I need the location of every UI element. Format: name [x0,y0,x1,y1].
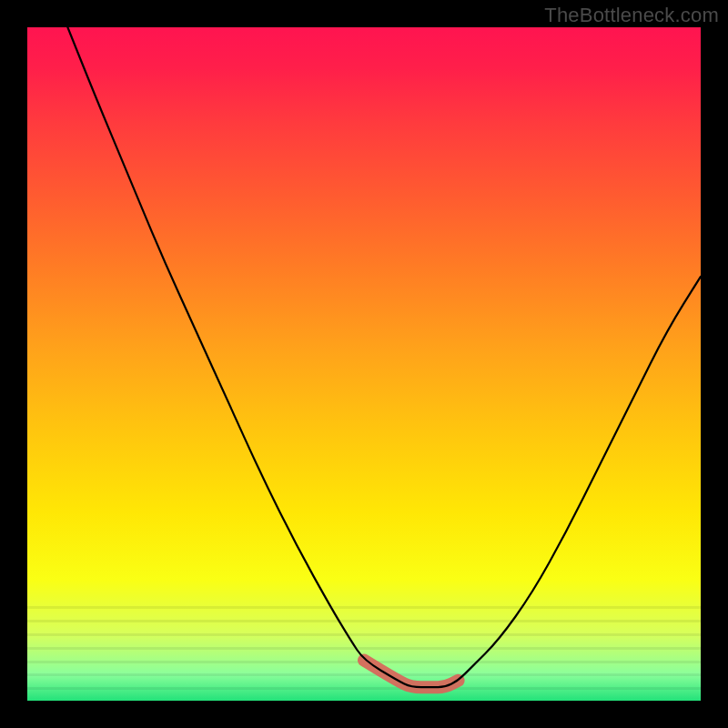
curve-svg [27,27,701,701]
watermark-text: TheBottleneck.com [544,4,719,27]
plot-area [27,27,701,701]
chart-frame: TheBottleneck.com [0,0,728,728]
valley-highlight [364,661,459,688]
bottleneck-curve [67,27,701,687]
